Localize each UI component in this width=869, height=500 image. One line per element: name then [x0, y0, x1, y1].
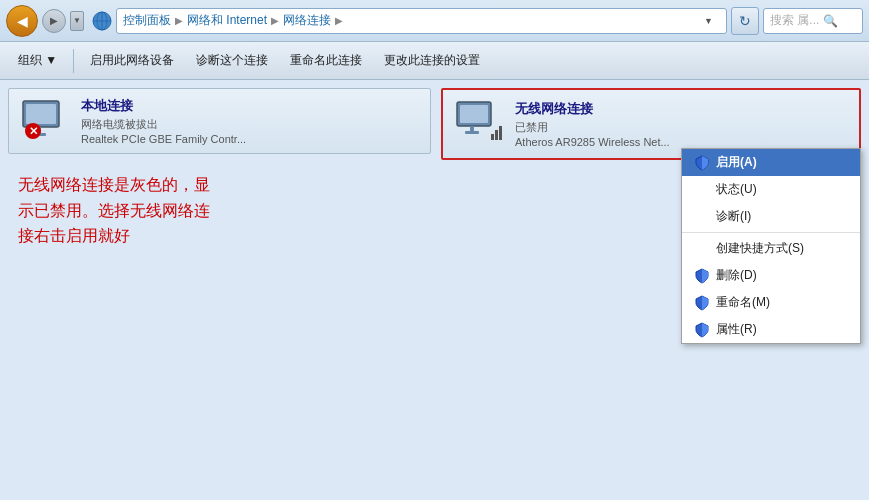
context-menu-item-label: 删除(D)	[716, 267, 757, 284]
breadcrumb-end-dropdown[interactable]: ▼	[704, 16, 720, 26]
svg-rect-10	[470, 126, 474, 131]
svg-rect-9	[460, 105, 488, 123]
local-connection-info: 本地连接 网络电缆被拔出 Realtek PCIe GBE Family Con…	[81, 97, 420, 145]
context-menu-item-shortcut[interactable]: 创建快捷方式(S)	[682, 235, 860, 262]
context-menu-item-delete[interactable]: 删除(D)	[682, 262, 860, 289]
context-menu-item-properties[interactable]: 属性(R)	[682, 316, 860, 343]
svg-rect-11	[465, 131, 479, 134]
error-badge: ✕	[25, 123, 41, 139]
change-settings-button[interactable]: 更改此连接的设置	[376, 48, 488, 73]
local-connection-card[interactable]: ✕ 本地连接 网络电缆被拔出 Realtek PCIe GBE Family C…	[8, 88, 431, 154]
context-menu-item-rename[interactable]: 重命名(M)	[682, 289, 860, 316]
toolbar: 组织 ▼ 启用此网络设备 诊断这个连接 重命名此连接 更改此连接的设置	[0, 42, 869, 80]
local-connection-status: 网络电缆被拔出	[81, 117, 420, 132]
breadcrumb-sep1: ▶	[175, 15, 183, 26]
svg-rect-13	[495, 130, 498, 140]
context-menu-item-label: 重命名(M)	[716, 294, 770, 311]
context-menu-item-label: 创建快捷方式(S)	[716, 240, 804, 257]
address-bar: ◀ ▶ ▼ 控制面板 ▶ 网络和 Internet ▶ 网络连接 ▶ ▼ ↻ 搜…	[0, 0, 869, 42]
main-content: ✕ 本地连接 网络电缆被拔出 Realtek PCIe GBE Family C…	[0, 80, 869, 500]
breadcrumb-network-connections[interactable]: 网络连接	[283, 12, 331, 29]
forward-button[interactable]: ▶	[42, 9, 66, 33]
breadcrumb-sep2: ▶	[271, 15, 279, 26]
context-menu-item-status[interactable]: 状态(U)	[682, 176, 860, 203]
refresh-button[interactable]: ↻	[731, 7, 759, 35]
diagnose-button[interactable]: 诊断这个连接	[188, 48, 276, 73]
context-menu-item-label: 状态(U)	[716, 181, 757, 198]
svg-rect-12	[491, 134, 494, 140]
wireless-connection-icon	[453, 98, 505, 150]
globe-icon	[92, 11, 112, 31]
local-connection-adapter: Realtek PCIe GBE Family Contr...	[81, 133, 420, 145]
search-placeholder: 搜索 属...	[770, 12, 819, 29]
breadcrumb-controlpanel[interactable]: 控制面板	[123, 12, 171, 29]
shield-icon	[694, 295, 710, 311]
rename-button[interactable]: 重命名此连接	[282, 48, 370, 73]
svg-rect-14	[499, 126, 502, 140]
context-menu-item-label: 诊断(I)	[716, 208, 751, 225]
shield-icon	[694, 268, 710, 284]
toolbar-separator-1	[73, 49, 74, 73]
context-menu-item-enable[interactable]: 启用(A)	[682, 149, 860, 176]
local-connection-title: 本地连接	[81, 97, 420, 115]
shield-icon	[694, 155, 710, 171]
context-menu-separator	[682, 232, 860, 233]
context-menu-item-diagnose[interactable]: 诊断(I)	[682, 203, 860, 230]
breadcrumb-network-internet[interactable]: 网络和 Internet	[187, 12, 267, 29]
organize-button[interactable]: 组织 ▼	[10, 48, 65, 73]
instruction-text: 无线网络连接是灰色的，显示已禁用。选择无线网络连接右击启用就好	[8, 162, 228, 259]
context-menu-item-label: 属性(R)	[716, 321, 757, 338]
back-button[interactable]: ◀	[6, 5, 38, 37]
nav-dropdown-button[interactable]: ▼	[70, 11, 84, 31]
search-box[interactable]: 搜索 属... 🔍	[763, 8, 863, 34]
breadcrumb: 控制面板 ▶ 网络和 Internet ▶ 网络连接 ▶ ▼	[116, 8, 727, 34]
wireless-connection-adapter: Atheros AR9285 Wireless Net...	[515, 136, 849, 148]
enable-device-button[interactable]: 启用此网络设备	[82, 48, 182, 73]
svg-rect-5	[26, 104, 56, 124]
wireless-connection-title: 无线网络连接	[515, 100, 849, 118]
local-connection-icon	[19, 97, 67, 145]
context-menu: 启用(A)状态(U)诊断(I)创建快捷方式(S) 删除(D) 重命名(M) 属性…	[681, 148, 861, 344]
shield-icon	[694, 322, 710, 338]
wireless-connection-info: 无线网络连接 已禁用 Atheros AR9285 Wireless Net..…	[515, 100, 849, 148]
breadcrumb-sep3: ▶	[335, 15, 343, 26]
search-icon: 🔍	[823, 14, 838, 28]
context-menu-item-label: 启用(A)	[716, 154, 757, 171]
wireless-connection-status: 已禁用	[515, 120, 849, 135]
